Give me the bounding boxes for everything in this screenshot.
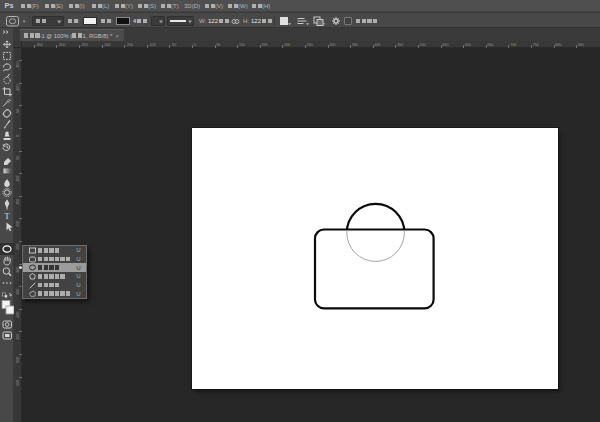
svg-text:T: T bbox=[4, 211, 10, 221]
